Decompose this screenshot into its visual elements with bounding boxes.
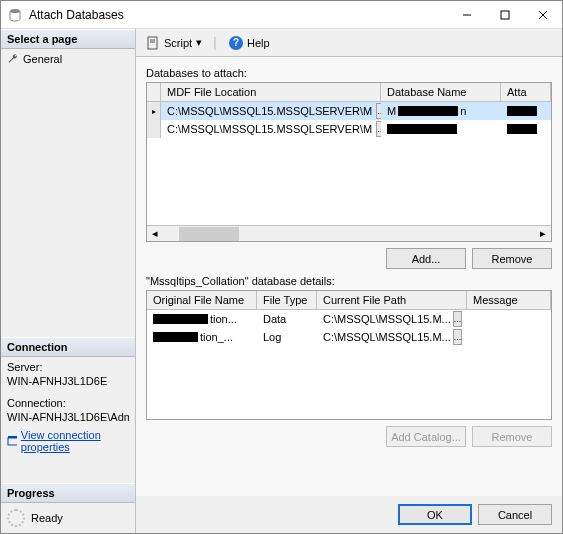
databases-row[interactable]: ▸ C:\MSSQL\MSSQL15.MSSQLSERVER\M... Mn <box>147 102 551 120</box>
window-title: Attach Databases <box>29 8 448 22</box>
col-attach-as[interactable]: Atta <box>501 83 551 101</box>
progress-header: Progress <box>1 483 135 503</box>
database-icon <box>7 7 23 23</box>
browse-button[interactable]: ... <box>453 329 463 345</box>
close-button[interactable] <box>524 1 562 29</box>
help-label: Help <box>247 37 270 49</box>
svg-point-0 <box>10 9 20 13</box>
col-original-file-name[interactable]: Original File Name <box>147 291 257 309</box>
properties-icon <box>7 435 17 447</box>
row-selector-icon[interactable]: ▸ <box>147 102 161 120</box>
details-row[interactable]: tion_... Log C:\MSSQL\MSSQL15.M...... <box>147 328 551 346</box>
connection-value: WIN-AFNHJ3L1D6E\Administrator <box>7 411 129 423</box>
titlebar[interactable]: Attach Databases <box>1 1 562 29</box>
minimize-button[interactable] <box>448 1 486 29</box>
add-database-button[interactable]: Add... <box>386 248 466 269</box>
script-button[interactable]: Script ▾ <box>142 34 206 52</box>
details-grid[interactable]: Original File Name File Type Current Fil… <box>146 290 552 420</box>
col-database-name[interactable]: Database Name <box>381 83 501 101</box>
svg-rect-7 <box>148 37 157 49</box>
server-label: Server: <box>7 361 129 373</box>
help-icon: ? <box>229 36 243 50</box>
ok-button[interactable]: OK <box>398 504 472 525</box>
page-general-label: General <box>23 53 62 65</box>
horizontal-scrollbar[interactable]: ◂ ▸ <box>147 225 551 241</box>
details-row[interactable]: tion... Data C:\MSSQL\MSSQL15.M...... <box>147 310 551 328</box>
connection-header: Connection <box>1 337 135 357</box>
connection-label: Connection: <box>7 397 129 409</box>
svg-rect-6 <box>8 436 17 438</box>
scroll-thumb[interactable] <box>179 227 239 241</box>
row-selector-icon[interactable] <box>147 120 161 138</box>
svg-rect-5 <box>8 438 17 445</box>
page-general[interactable]: General <box>1 49 135 69</box>
maximize-button[interactable] <box>486 1 524 29</box>
scroll-left-icon[interactable]: ◂ <box>147 226 163 242</box>
svg-rect-2 <box>501 11 509 19</box>
toolbar: Script ▾ │ ? Help <box>136 29 562 57</box>
databases-row[interactable]: C:\MSSQL\MSSQL15.MSSQLSERVER\M... <box>147 120 551 138</box>
view-connection-properties-label: View connection properties <box>21 429 129 453</box>
cancel-button[interactable]: Cancel <box>478 504 552 525</box>
browse-button[interactable]: ... <box>453 311 463 327</box>
help-button[interactable]: ? Help <box>225 34 274 52</box>
col-file-type[interactable]: File Type <box>257 291 317 309</box>
wrench-icon <box>7 53 19 65</box>
toolbar-separator: │ <box>212 37 219 49</box>
col-message[interactable]: Message <box>467 291 551 309</box>
scroll-right-icon[interactable]: ▸ <box>535 226 551 242</box>
progress-status: Ready <box>31 512 63 524</box>
attach-databases-dialog: Attach Databases Select a page General C… <box>0 0 563 534</box>
database-details-label: "Mssqltips_Collation" database details: <box>146 275 552 287</box>
col-current-file-path[interactable]: Current File Path <box>317 291 467 309</box>
server-value: WIN-AFNHJ3L1D6E <box>7 375 129 387</box>
script-label: Script <box>164 37 192 49</box>
select-page-header: Select a page <box>1 29 135 49</box>
chevron-down-icon: ▾ <box>196 36 202 49</box>
remove-database-button[interactable]: Remove <box>472 248 552 269</box>
col-mdf-location[interactable]: MDF File Location <box>161 83 381 101</box>
databases-to-attach-label: Databases to attach: <box>146 67 552 79</box>
script-icon <box>146 36 160 50</box>
remove-file-button: Remove <box>472 426 552 447</box>
progress-spinner-icon <box>7 509 25 527</box>
view-connection-properties-link[interactable]: View connection properties <box>7 429 129 453</box>
dialog-footer: OK Cancel <box>136 496 562 533</box>
add-catalog-button: Add Catalog... <box>386 426 466 447</box>
databases-grid[interactable]: MDF File Location Database Name Atta ▸ C… <box>146 82 552 242</box>
